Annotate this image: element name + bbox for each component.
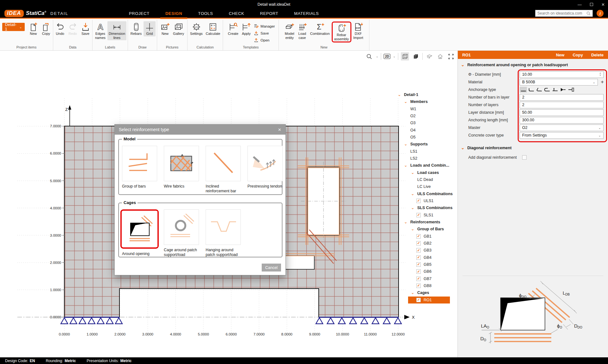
tab-report[interactable]: REPORT xyxy=(259,9,279,18)
restore-button[interactable] xyxy=(590,3,593,6)
dxf-import-button[interactable]: DXF DXF Import xyxy=(352,21,364,40)
support-triangle[interactable] xyxy=(327,318,334,324)
tile-around-opening[interactable]: Around opening xyxy=(122,209,157,258)
tree-item-ls2[interactable]: LS2 xyxy=(395,155,458,162)
view-mode-2d[interactable]: 2D xyxy=(384,54,390,59)
tree-item-members[interactable]: ⌄Members xyxy=(395,98,458,105)
dimension-lines-button[interactable]: Dimension lines xyxy=(107,21,126,40)
tree-item-checkbox[interactable]: ✓ xyxy=(416,298,421,302)
support-triangle[interactable] xyxy=(361,318,368,324)
chevron-down-icon[interactable]: ⌄ xyxy=(398,93,404,96)
spinner-icon[interactable]: ˄˅ xyxy=(599,73,601,76)
anchoring-length-input[interactable]: 300.00 xyxy=(520,117,604,124)
template-save-button[interactable]: Save xyxy=(253,30,275,36)
tree-item-lc-live[interactable]: LC Live xyxy=(395,183,458,190)
add-material-button[interactable]: + xyxy=(599,79,605,85)
tree-item-gb6[interactable]: ✓GB6 xyxy=(395,268,458,275)
support-triangle[interactable] xyxy=(61,318,68,324)
dialog-close-icon[interactable]: ✕ xyxy=(278,127,281,132)
support-triangle[interactable] xyxy=(70,318,77,324)
layer-distance-input[interactable]: 50.00 xyxy=(520,109,604,116)
tree-item-uls1[interactable]: ✓ULS1 xyxy=(395,197,458,204)
search-box[interactable] xyxy=(535,10,593,17)
support-triangle[interactable] xyxy=(79,318,86,324)
chevron-down-icon[interactable]: ⌄ xyxy=(404,143,410,146)
tile-prestressing-tendon[interactable]: Prestressing tendon xyxy=(247,146,283,194)
tree-item-gb8[interactable]: ✓GB8 xyxy=(395,282,458,289)
chevron-down-icon[interactable]: ⌄ xyxy=(411,192,417,195)
tile-inclined-reinforcement-bar[interactable]: Inclined reinforcement bar xyxy=(206,146,241,194)
tree-item-gb1[interactable]: ✓GB1 xyxy=(395,233,458,240)
add-diagonal-reinforcement-checkbox[interactable] xyxy=(522,155,527,160)
concrete-cover-select[interactable]: From Settings⌄ xyxy=(520,132,604,139)
anchorage-hook-45-option[interactable] xyxy=(535,87,543,93)
chevron-down-icon[interactable]: ⌄ xyxy=(404,220,410,224)
chevron-down-icon[interactable]: ⌄ xyxy=(411,171,417,174)
tree-item-checkbox[interactable]: ✓ xyxy=(416,262,421,267)
tab-check[interactable]: CHECK xyxy=(228,9,245,18)
tree-item-gb4[interactable]: ✓GB4 xyxy=(395,254,458,261)
tab-project[interactable]: PROJECT xyxy=(128,9,150,18)
fit-view-icon[interactable] xyxy=(447,52,455,61)
tab-tools[interactable]: TOOLS xyxy=(197,9,214,18)
support-triangle[interactable] xyxy=(97,318,104,324)
tree-item-detail-1[interactable]: ⌄Detail-1 xyxy=(395,91,458,98)
new-picture-button[interactable]: New xyxy=(159,21,171,36)
model-entity-button[interactable]: Model entity xyxy=(284,21,296,40)
new-project-item-button[interactable]: New xyxy=(27,21,39,36)
tree-item-cages[interactable]: ⌄Cages xyxy=(395,289,458,296)
support-triangle[interactable] xyxy=(106,318,113,324)
edges-names-button[interactable]: A Edges names xyxy=(94,21,107,40)
master-select[interactable]: O2⌄ xyxy=(520,125,604,131)
template-apply-button[interactable]: Apply xyxy=(240,21,252,36)
tree-item-checkbox[interactable]: ✓ xyxy=(416,248,421,252)
tree-item-checkbox[interactable]: ✓ xyxy=(416,234,421,239)
number-of-layers-input[interactable]: 2 xyxy=(520,102,604,108)
chevron-down-icon[interactable]: ⌄ xyxy=(376,55,378,58)
anchorage-hook-180-option[interactable] xyxy=(543,87,551,93)
tree-item-supports[interactable]: ⌄Supports xyxy=(395,141,458,148)
tile-hanging-around-patch[interactable]: Hanging around patch support/load xyxy=(206,209,241,258)
undo-button[interactable]: Undo xyxy=(54,21,66,36)
support-triangle[interactable] xyxy=(338,318,345,324)
tree-item-sls1[interactable]: ✓SLS1 xyxy=(395,212,458,219)
tree-item-gb3[interactable]: ✓GB3 xyxy=(395,247,458,254)
rebars-button[interactable]: Rebars xyxy=(129,21,143,36)
home-view-icon[interactable] xyxy=(436,52,444,61)
tree-item-o2[interactable]: O2 xyxy=(395,112,458,119)
info-icon[interactable]: i xyxy=(597,10,604,17)
tree-item-lc-dead[interactable]: LC Dead xyxy=(395,176,458,183)
template-create-button[interactable]: Create xyxy=(227,21,240,36)
anchorage-foot-option[interactable] xyxy=(551,87,559,93)
tree-item-o5[interactable]: O5 xyxy=(395,134,458,141)
settings-button[interactable]: </> Settings xyxy=(189,21,204,36)
tree-item-checkbox[interactable]: ✓ xyxy=(416,277,421,281)
support-triangle[interactable] xyxy=(88,318,95,324)
bars-in-layer-input[interactable]: 2 xyxy=(520,94,604,101)
tree-item-ro1[interactable]: ✓RO1 xyxy=(395,297,458,303)
detail-selector[interactable]: Detail-1⌄ xyxy=(2,23,25,31)
tree-item-w1[interactable]: W1 xyxy=(395,105,458,112)
tree-item-gb2[interactable]: ✓GB2 xyxy=(395,240,458,247)
template-open-button[interactable]: Open xyxy=(253,37,275,43)
tree-item-o4[interactable]: O4 xyxy=(395,127,458,134)
tree-item-checkbox[interactable]: ✓ xyxy=(416,269,421,274)
chevron-down-icon[interactable]: ⌄ xyxy=(404,164,410,167)
wireframe-view-icon[interactable] xyxy=(401,52,409,61)
support-triangle[interactable] xyxy=(394,318,401,324)
tree-item-ls1[interactable]: LS1 xyxy=(395,148,458,155)
template-manager-button[interactable]: Manager xyxy=(253,23,275,29)
tree-item-gb7[interactable]: ✓GB7 xyxy=(395,275,458,282)
tree-item-load-cases[interactable]: ⌄Load cases xyxy=(395,169,458,176)
gallery-button[interactable]: Gallery xyxy=(172,21,185,36)
zoom-tool-icon[interactable] xyxy=(365,52,373,61)
tree-item-o3[interactable]: O3 xyxy=(395,119,458,126)
tile-wire-fabrics[interactable]: Wire fabrics xyxy=(164,146,199,194)
support-triangle[interactable] xyxy=(316,318,323,324)
tree-item-checkbox[interactable]: ✓ xyxy=(416,213,421,217)
support-triangle[interactable] xyxy=(372,318,379,324)
search-input[interactable] xyxy=(537,11,586,16)
support-triangle[interactable] xyxy=(349,318,356,324)
tree-item-checkbox[interactable]: ✓ xyxy=(416,255,421,260)
tree-item-checkbox[interactable]: ✓ xyxy=(416,241,421,246)
